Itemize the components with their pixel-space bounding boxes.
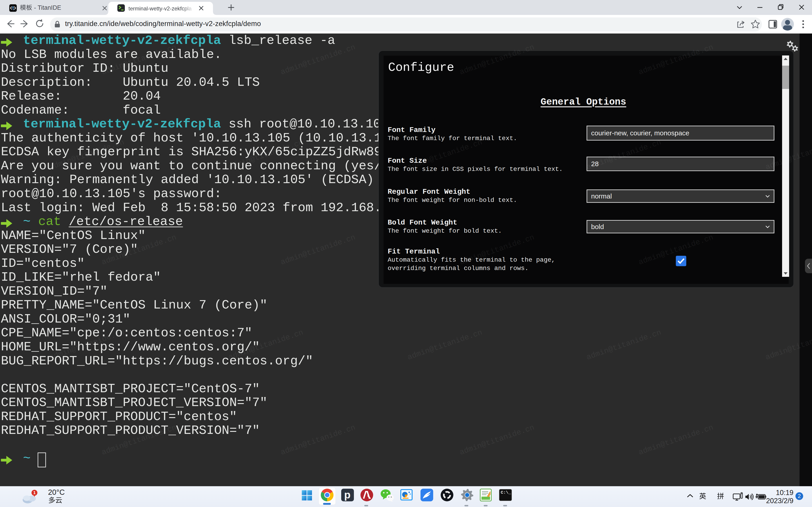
svg-text:1: 1	[33, 490, 36, 495]
